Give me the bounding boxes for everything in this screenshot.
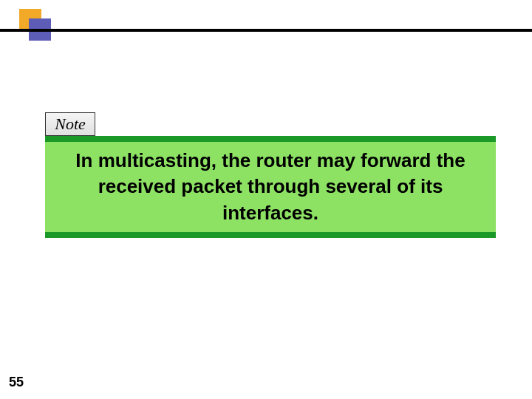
note-content: In multicasting, the router may forward … [67, 148, 474, 225]
note-label: Note [55, 115, 86, 134]
note-content-box: In multicasting, the router may forward … [45, 142, 496, 232]
green-bar-bottom [45, 232, 496, 238]
corner-decoration [0, 0, 74, 74]
page-number: 55 [9, 375, 24, 390]
note-label-box: Note [45, 112, 95, 136]
green-bar-top [45, 136, 496, 142]
horizontal-line [0, 29, 532, 32]
